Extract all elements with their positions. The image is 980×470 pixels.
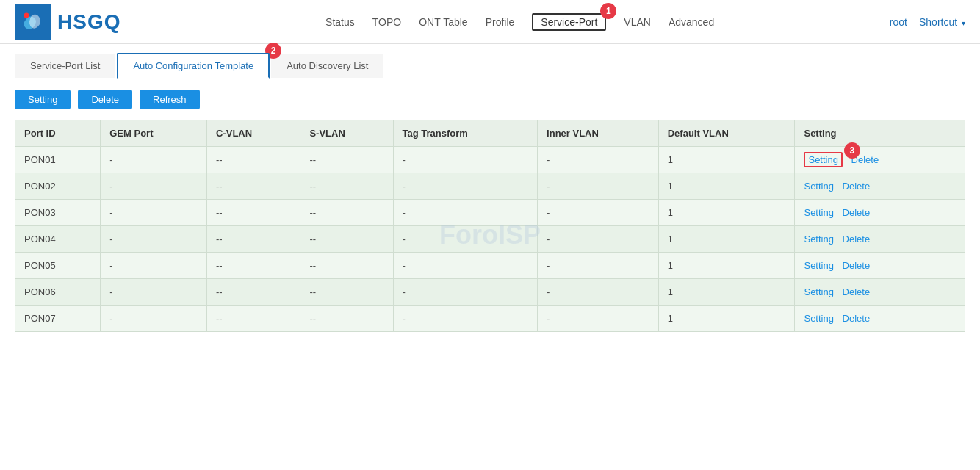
cell-actions: Setting3 Delete [795,147,965,173]
cell-gem-port: - [101,253,207,279]
cell-tag-transform: - [393,200,538,226]
delete-action-link[interactable]: Delete [843,260,871,271]
logo-icon [15,4,51,40]
delete-action-link[interactable]: Delete [843,286,871,297]
col-gem-port: GEM Port [101,120,207,147]
cell-default-vlan: 1 [658,306,795,332]
cell-c-vlan: -- [207,200,300,226]
cell-gem-port: - [101,306,207,332]
table-body: PON01-------1Setting3 DeletePON02-------… [15,147,965,332]
annotation-badge-1: 1 [600,3,616,19]
setting-action-link[interactable]: Setting [804,260,833,271]
nav-ont-table[interactable]: ONT Table [419,13,467,31]
cell-gem-port: - [101,200,207,226]
nav-advanced[interactable]: Advanced [669,13,714,31]
cell-c-vlan: -- [207,173,300,200]
cell-port-id: PON05 [15,253,101,279]
delete-action-link[interactable]: Delete [843,207,871,218]
nav-root[interactable]: root [890,16,907,28]
logo-area: HSGQ [15,4,120,40]
delete-button[interactable]: Delete [78,90,132,109]
delete-action-link[interactable]: Delete [843,313,871,324]
cell-inner-vlan: - [538,226,659,253]
cell-tag-transform: - [393,253,538,279]
cell-s-vlan: -- [300,306,393,332]
cell-actions: Setting Delete [795,200,965,226]
cell-port-id: PON01 [15,147,101,173]
nav-right: root Shortcut ▾ [890,16,965,28]
cell-c-vlan: -- [207,253,300,279]
cell-port-id: PON06 [15,279,101,306]
nav-status[interactable]: Status [325,13,355,31]
annotation-badge-3: 3 [844,142,860,159]
setting-action-link[interactable]: Setting [804,234,833,245]
cell-port-id: PON02 [15,173,101,200]
cell-c-vlan: -- [207,147,300,173]
tab-service-port-list[interactable]: Service-Port List [15,54,115,78]
nav-vlan[interactable]: VLAN [624,13,651,31]
cell-inner-vlan: - [538,306,659,332]
cell-c-vlan: -- [207,226,300,253]
setting-action-link[interactable]: Setting [804,286,833,297]
cell-gem-port: - [101,173,207,200]
tab-auto-config-template[interactable]: Auto Configuration Template [117,53,270,79]
table-row: PON07-------1Setting Delete [15,306,965,332]
table-row: PON03-------1Setting Delete [15,200,965,226]
cell-s-vlan: -- [300,173,393,200]
setting-action-link[interactable]: Setting [804,152,842,167]
cell-gem-port: - [101,279,207,306]
delete-action-link[interactable]: Delete [843,181,871,192]
shortcut-dropdown-arrow: ▾ [962,19,965,27]
nav-profile[interactable]: Profile [486,13,515,31]
cell-tag-transform: - [393,306,538,332]
cell-inner-vlan: - [538,147,659,173]
cell-s-vlan: -- [300,226,393,253]
cell-default-vlan: 1 [658,226,795,253]
setting-button[interactable]: Setting [15,90,71,109]
cell-actions: Setting Delete [795,306,965,332]
logo-text: HSGQ [57,10,120,34]
cell-port-id: PON04 [15,226,101,253]
col-default-vlan: Default VLAN [658,120,795,147]
setting-action-link[interactable]: Setting [804,207,833,218]
nav-service-port[interactable]: Service-Port [532,13,606,31]
header: HSGQ Status TOPO ONT Table Profile Servi… [0,0,980,44]
nav-service-port-wrapper: Service-Port 1 [532,16,606,28]
tab-auto-discovery-list[interactable]: Auto Discovery List [271,54,383,78]
cell-default-vlan: 1 [658,147,795,173]
cell-inner-vlan: - [538,279,659,306]
table-row: PON04-------1Setting Delete [15,226,965,253]
cell-inner-vlan: - [538,253,659,279]
cell-default-vlan: 1 [658,279,795,306]
table-row: PON01-------1Setting3 Delete [15,147,965,173]
cell-c-vlan: -- [207,279,300,306]
nav-links: Status TOPO ONT Table Profile Service-Po… [150,13,889,31]
cell-tag-transform: - [393,173,538,200]
cell-gem-port: - [101,147,207,173]
table-row: PON05-------1Setting Delete [15,253,965,279]
setting-action-link[interactable]: Setting [804,313,833,324]
cell-s-vlan: -- [300,200,393,226]
table-header: Port ID GEM Port C-VLAN S-VLAN Tag Trans… [15,120,965,147]
main-table: Port ID GEM Port C-VLAN S-VLAN Tag Trans… [15,120,965,332]
cell-tag-transform: - [393,226,538,253]
cell-inner-vlan: - [538,200,659,226]
table-row: PON02-------1Setting Delete [15,173,965,200]
table-container: Port ID GEM Port C-VLAN S-VLAN Tag Trans… [0,120,980,332]
delete-action-link[interactable]: Delete [843,234,871,245]
col-setting: Setting [795,120,965,147]
toolbar: Setting Delete Refresh [0,79,980,120]
cell-s-vlan: -- [300,279,393,306]
nav-shortcut[interactable]: Shortcut ▾ [919,16,965,28]
cell-s-vlan: -- [300,253,393,279]
cell-default-vlan: 1 [658,200,795,226]
setting-action-link[interactable]: Setting [804,181,833,192]
cell-default-vlan: 1 [658,253,795,279]
table-row: PON06-------1Setting Delete [15,279,965,306]
nav-topo[interactable]: TOPO [372,13,401,31]
cell-gem-port: - [101,226,207,253]
tabs-container: Service-Port List Auto Configuration Tem… [0,44,980,79]
cell-default-vlan: 1 [658,173,795,200]
cell-actions: Setting Delete [795,226,965,253]
refresh-button[interactable]: Refresh [140,90,200,109]
